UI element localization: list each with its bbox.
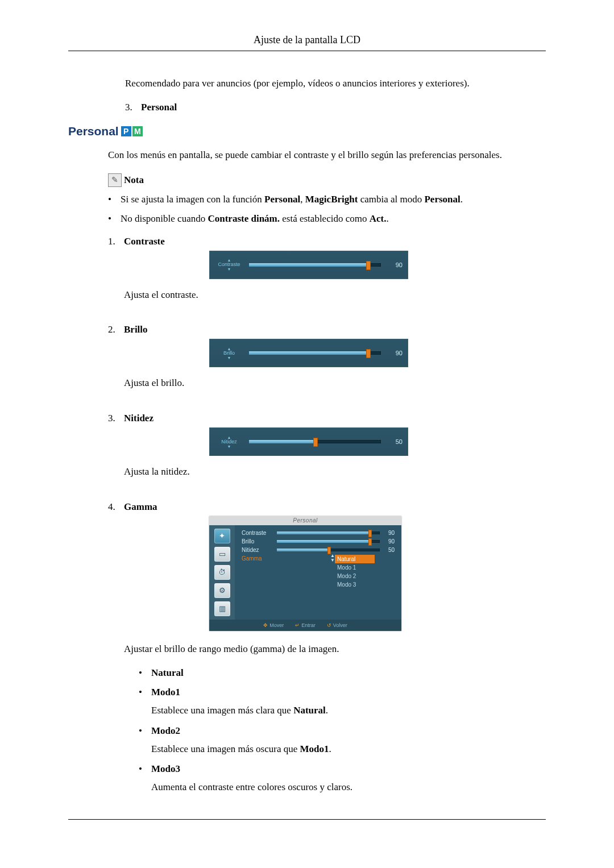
- mode-modo3-desc: Aumenta el contraste entre colores oscur…: [151, 780, 546, 794]
- gamma-title: Gamma: [124, 501, 546, 513]
- badge-p-icon: P: [121, 126, 131, 136]
- menu-picture-icon: ✦: [214, 529, 230, 543]
- osd-brillo: ▲ Brillo ▼ 90: [209, 339, 408, 367]
- intro-recommended: Recomendado para ver anuncios (por ejemp…: [125, 77, 546, 90]
- bullet-dot: •: [108, 194, 121, 205]
- osd-nitidez-label: Nitidez: [221, 439, 237, 445]
- gm-row-contraste-val: 90: [383, 530, 395, 536]
- contraste-title: Contraste: [124, 236, 546, 247]
- contraste-desc: Ajusta el contraste.: [124, 288, 546, 302]
- slider-thumb-icon: [313, 438, 318, 447]
- osd-brillo-track: [249, 351, 381, 355]
- gamma-option-natural: Natural: [335, 555, 375, 563]
- nitidez-title: Nitidez: [124, 413, 546, 424]
- gamma-arrows-icon: ▲▼: [330, 554, 335, 563]
- section-title: Personal: [68, 124, 119, 138]
- mode-modo3: Modo3: [151, 763, 180, 774]
- badge-m-icon: M: [132, 126, 143, 136]
- gm-row-gamma-label: Gamma: [242, 555, 277, 562]
- pm-badge: P M: [121, 126, 143, 136]
- bullet-dot: •: [139, 667, 151, 679]
- gm-row-nitidez-label: Nitidez: [242, 547, 277, 553]
- osd-brillo-label: Brillo: [223, 351, 235, 356]
- gamma-desc: Ajustar el brillo de rango medio (gamma)…: [124, 642, 546, 656]
- intro-item3-num: 3.: [125, 102, 141, 113]
- note-icon: ✎: [108, 173, 122, 187]
- gamma-footer-enter: ↵Entrar: [295, 622, 316, 628]
- brillo-title: Brillo: [124, 324, 546, 335]
- gamma-osd-menu: Personal ✦ ▭ ⏱ ⚙ ▥ Contrast: [209, 516, 401, 631]
- gamma-option-modo1: Modo 1: [335, 563, 375, 572]
- menu-screen-icon: ▭: [214, 547, 230, 562]
- brillo-num: 2.: [108, 324, 124, 401]
- section-heading-personal: Personal P M: [68, 124, 546, 138]
- nitidez-num: 3.: [108, 413, 124, 490]
- brillo-desc: Ajusta el brillo.: [124, 376, 546, 390]
- menu-setup-icon: ⚙: [214, 583, 230, 598]
- gamma-option-modo2: Modo 2: [335, 572, 375, 580]
- mode-modo2: Modo2: [151, 725, 180, 736]
- osd-nitidez: ▲ Nitidez ▼ 50: [209, 427, 408, 456]
- gm-row-contraste-label: Contraste: [242, 530, 277, 536]
- osd-nitidez-track: [249, 440, 381, 443]
- bullet-dot: •: [139, 687, 151, 717]
- slider-thumb-icon: [366, 261, 371, 270]
- menu-info-icon: ▥: [214, 601, 230, 616]
- mode-modo1-desc: Establece una imagen más clara que Natur…: [151, 704, 546, 717]
- note-2: No disponible cuando Contraste dinám. es…: [121, 213, 546, 225]
- mode-modo2-desc: Establece una imagen más oscura que Modo…: [151, 742, 546, 756]
- bullet-dot: •: [139, 725, 151, 756]
- nota-label: Nota: [124, 175, 144, 186]
- footer-rule: [68, 819, 546, 820]
- gm-row-nitidez-val: 50: [383, 547, 395, 553]
- down-arrow-icon: ▼: [227, 356, 231, 360]
- note-1: Si se ajusta la imagen con la función Pe…: [121, 194, 546, 205]
- osd-contraste-label: Contraste: [218, 262, 240, 267]
- down-arrow-icon: ▼: [227, 445, 231, 448]
- slider-thumb-icon: [366, 349, 371, 358]
- gamma-options-dropdown: Natural Modo 1 Modo 2 Modo 3: [335, 555, 375, 589]
- mode-modo1: Modo1: [151, 687, 180, 697]
- gamma-menu-title: Personal: [209, 516, 401, 525]
- contraste-num: 1.: [108, 236, 124, 313]
- menu-timer-icon: ⏱: [214, 565, 230, 580]
- gamma-num: 4.: [108, 501, 124, 802]
- osd-nitidez-value: 50: [387, 438, 408, 445]
- osd-contraste-track: [249, 263, 381, 267]
- osd-contraste: ▲ Contraste ▼ 90: [209, 251, 408, 279]
- osd-brillo-value: 90: [387, 350, 408, 356]
- bullet-dot: •: [139, 763, 151, 794]
- gm-row-brillo-val: 90: [383, 538, 395, 545]
- gamma-footer-move: ✥Mover: [263, 622, 284, 628]
- osd-contraste-value: 90: [387, 261, 408, 268]
- page-header: Ajuste de la pantalla LCD: [68, 34, 546, 51]
- nitidez-desc: Ajusta la nitidez.: [124, 465, 546, 479]
- down-arrow-icon: ▼: [227, 267, 231, 271]
- gamma-option-modo3: Modo 3: [335, 580, 375, 589]
- personal-intro: Con los menús en pantalla, se puede camb…: [108, 148, 546, 162]
- mode-natural: Natural: [151, 667, 546, 679]
- gm-row-brillo-label: Brillo: [242, 538, 277, 545]
- gamma-footer-back: ↺Volver: [327, 622, 347, 628]
- bullet-dot: •: [108, 213, 121, 225]
- intro-item3-label: Personal: [141, 102, 546, 113]
